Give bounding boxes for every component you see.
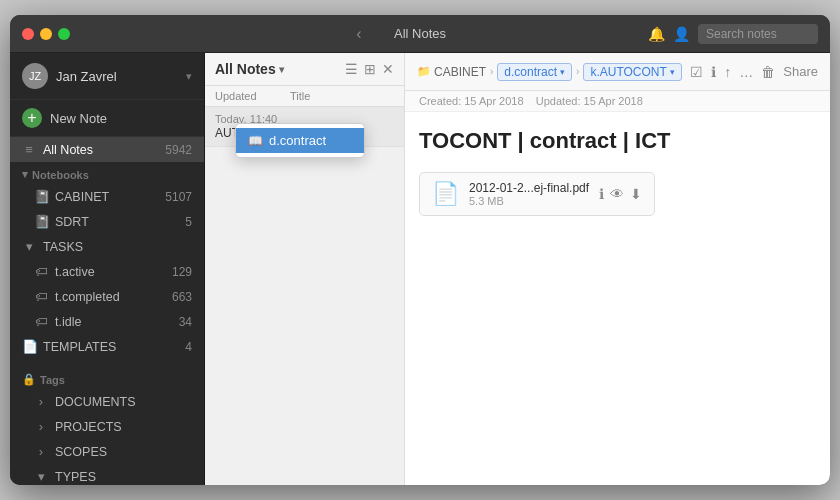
t-active-count: 129 <box>172 265 192 279</box>
all-notes-icon: ≡ <box>22 142 36 157</box>
app-window: ‹ All Notes 🔔 👤 JZ Jan Zavrel ▾ + New No… <box>10 15 830 485</box>
t-idle-count: 34 <box>179 315 192 329</box>
sdrt-label: SDRT <box>55 215 89 229</box>
scopes-label: SCOPES <box>55 445 107 459</box>
notebooks-section: ▾ Notebooks <box>10 162 204 184</box>
attachment-name: 2012-01-2...ej-final.pdf <box>469 181 589 195</box>
titlebar-right: 🔔 👤 <box>648 24 818 44</box>
dropdown-item-icon: 📖 <box>248 134 263 148</box>
note-body[interactable]: 📄 2012-01-2...ej-final.pdf 5.3 MB ℹ 👁 ⬇ <box>405 162 830 485</box>
col-updated-header: Updated <box>215 90 290 102</box>
crumb-active-dropdown-icon: ▾ <box>560 67 565 77</box>
tag-idle-icon: 🏷 <box>34 314 48 329</box>
sidebar-item-tasks[interactable]: ▾ TASKS <box>10 234 204 259</box>
info-icon[interactable]: ℹ <box>711 64 716 80</box>
cabinet-folder-icon: 📁 <box>417 65 431 78</box>
avatar: JZ <box>22 63 48 89</box>
notebooks-toggle-icon: ▾ <box>22 168 28 181</box>
sort-icon[interactable]: ☰ <box>345 61 358 77</box>
new-note-button[interactable]: + New Note <box>10 100 204 137</box>
tags-label: Tags <box>40 374 65 386</box>
all-notes-label: All Notes <box>43 143 93 157</box>
share-button[interactable]: Share <box>783 64 818 79</box>
dropdown-item-d-contract[interactable]: 📖 d.contract <box>236 128 364 153</box>
sdrt-count: 5 <box>185 215 192 229</box>
breadcrumb-k-autocont[interactable]: k.AUTOCONT ▾ <box>583 63 681 81</box>
user-dropdown-icon: ▾ <box>186 70 192 83</box>
sidebar-item-sdrt[interactable]: 📓 SDRT 5 <box>10 209 204 234</box>
attachment-size: 5.3 MB <box>469 195 589 207</box>
note-content-panel: 📁 CABINET › d.contract ▾ › k.AUTOCONT ▾ <box>405 53 830 485</box>
tag-active-icon: 🏷 <box>34 264 48 279</box>
attachment-download-icon[interactable]: ⬇ <box>630 186 642 202</box>
sidebar-item-documents[interactable]: › DOCUMENTS <box>10 389 204 414</box>
sidebar-item-t-active[interactable]: 🏷 t.active 129 <box>10 259 204 284</box>
breadcrumb-d-contract[interactable]: d.contract ▾ <box>497 63 572 81</box>
sidebar-item-t-completed[interactable]: 🏷 t.completed 663 <box>10 284 204 309</box>
note-toolbar: 📁 CABINET › d.contract ▾ › k.AUTOCONT ▾ <box>405 53 830 91</box>
t-completed-label: t.completed <box>55 290 120 304</box>
tag-dropdown-popup: 📖 d.contract <box>235 123 365 158</box>
created-date: Created: 15 Apr 2018 <box>419 95 524 107</box>
all-notes-count: 5942 <box>165 143 192 157</box>
search-input[interactable] <box>698 24 818 44</box>
more-icon[interactable]: … <box>739 64 753 80</box>
notebook-icon: 📓 <box>34 189 48 204</box>
pdf-icon: 📄 <box>432 181 459 207</box>
note-title: TOCONT | contract | ICT <box>419 128 816 154</box>
note-list-title: All Notes ▾ <box>215 61 284 77</box>
maximize-button[interactable] <box>58 28 70 40</box>
sidebar-item-types[interactable]: ▾ TYPES <box>10 464 204 485</box>
crumb-active-k-dropdown-icon: ▾ <box>670 67 675 77</box>
account-icon[interactable]: 👤 <box>673 26 690 42</box>
templates-label: TEMPLATES <box>43 340 116 354</box>
trash-icon[interactable]: 🗑 <box>761 64 775 80</box>
sidebar-item-all-notes[interactable]: ≡ All Notes 5942 <box>10 137 204 162</box>
types-label: TYPES <box>55 470 96 484</box>
arrow-scopes-icon: › <box>34 444 48 459</box>
notebooks-label: Notebooks <box>32 169 89 181</box>
checkbox-icon[interactable]: ☑ <box>690 64 703 80</box>
sidebar-item-t-idle[interactable]: 🏷 t.idle 34 <box>10 309 204 334</box>
attachment-info-icon[interactable]: ℹ <box>599 186 604 202</box>
note-list-columns: Updated Title <box>205 86 404 107</box>
projects-label: PROJECTS <box>55 420 122 434</box>
attachment-actions: ℹ 👁 ⬇ <box>599 186 642 202</box>
view-icon[interactable]: ⊞ <box>364 61 376 77</box>
sidebar-item-cabinet[interactable]: 📓 CABINET 5107 <box>10 184 204 209</box>
col-title-header: Title <box>290 90 394 102</box>
new-note-label: New Note <box>50 111 107 126</box>
sidebar-item-projects[interactable]: › PROJECTS <box>10 414 204 439</box>
share-icon[interactable]: ↑ <box>724 64 731 80</box>
breadcrumb-cabinet[interactable]: 📁 CABINET <box>417 65 486 79</box>
new-note-icon: + <box>22 108 42 128</box>
templates-icon: 📄 <box>22 339 36 354</box>
note-list-panel: All Notes ▾ ☰ ⊞ ✕ Updated Title Today, 1… <box>205 53 405 485</box>
minimize-button[interactable] <box>40 28 52 40</box>
close-button[interactable] <box>22 28 34 40</box>
tasks-label: TASKS <box>43 240 83 254</box>
arrow-projects-icon: › <box>34 419 48 434</box>
documents-label: DOCUMENTS <box>55 395 136 409</box>
note-list-dropdown-icon[interactable]: ▾ <box>279 64 284 75</box>
breadcrumb-d-contract-label: d.contract <box>504 65 557 79</box>
user-profile[interactable]: JZ Jan Zavrel ▾ <box>10 53 204 100</box>
dropdown-item-label: d.contract <box>269 133 326 148</box>
sidebar-item-scopes[interactable]: › SCOPES <box>10 439 204 464</box>
note-actions: ☑ ℹ ↑ … 🗑 Share <box>690 64 818 80</box>
crumb-separator-2: › <box>576 66 579 77</box>
back-nav-button[interactable]: ‹ <box>352 23 365 45</box>
cabinet-count: 5107 <box>165 190 192 204</box>
user-name: Jan Zavrel <box>56 69 186 84</box>
attachment-eye-icon[interactable]: 👁 <box>610 186 624 202</box>
breadcrumb: 📁 CABINET › d.contract ▾ › k.AUTOCONT ▾ <box>417 63 682 81</box>
sidebar: JZ Jan Zavrel ▾ + New Note ≡ All Notes 5… <box>10 53 205 485</box>
attachment-card[interactable]: 📄 2012-01-2...ej-final.pdf 5.3 MB ℹ 👁 ⬇ <box>419 172 655 216</box>
add-note-icon[interactable]: ✕ <box>382 61 394 77</box>
note-list-title-text: All Notes <box>215 61 276 77</box>
tag-completed-icon: 🏷 <box>34 289 48 304</box>
sidebar-item-templates[interactable]: 📄 TEMPLATES 4 <box>10 334 204 359</box>
t-idle-label: t.idle <box>55 315 81 329</box>
notification-icon[interactable]: 🔔 <box>648 26 665 42</box>
breadcrumb-cabinet-label: CABINET <box>434 65 486 79</box>
